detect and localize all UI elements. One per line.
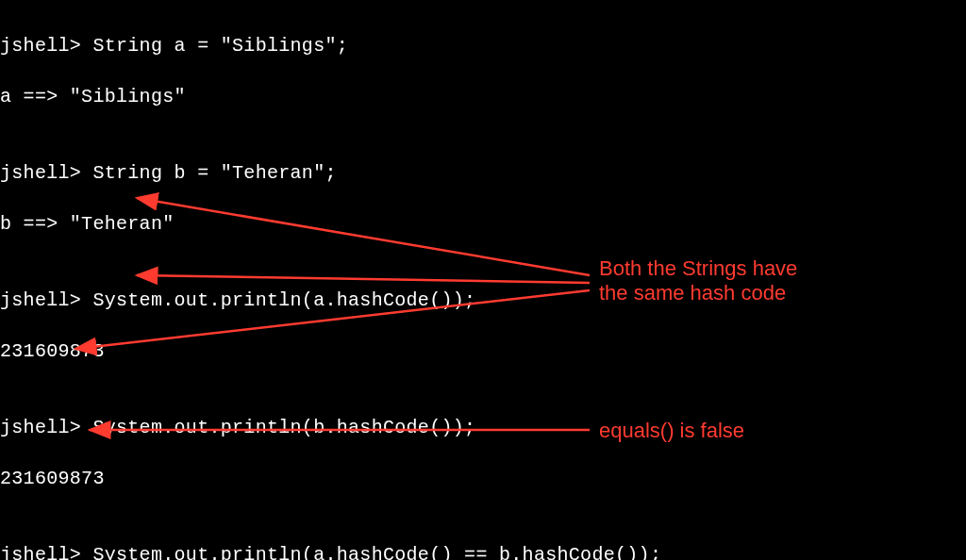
annotation-text: equals() is false (599, 419, 744, 442)
annotation-text: Both the Strings have (599, 256, 797, 280)
terminal-line: 231609873 (0, 466, 661, 491)
terminal-line: a ==> "Siblings" (0, 84, 661, 109)
annotation-hashcode: Both the Strings have the same hash code (599, 256, 797, 305)
terminal-line: jshell> String b = "Teheran"; (0, 160, 661, 186)
terminal-line: jshell> System.out.println(b.hashCode())… (0, 415, 661, 440)
terminal-line: jshell> System.out.println(a.hashCode())… (0, 288, 661, 313)
terminal-line: b ==> "Teheran" (0, 211, 661, 237)
terminal-line: jshell> System.out.println(a.hashCode() … (0, 542, 661, 560)
annotation-equals: equals() is false (599, 419, 744, 443)
terminal-line: 231609873 (0, 338, 661, 364)
annotation-text: the same hash code (599, 281, 786, 305)
terminal-line: jshell> String a = "Siblings"; (0, 33, 661, 58)
terminal-output[interactable]: jshell> String a = "Siblings"; a ==> "Si… (0, 8, 661, 560)
